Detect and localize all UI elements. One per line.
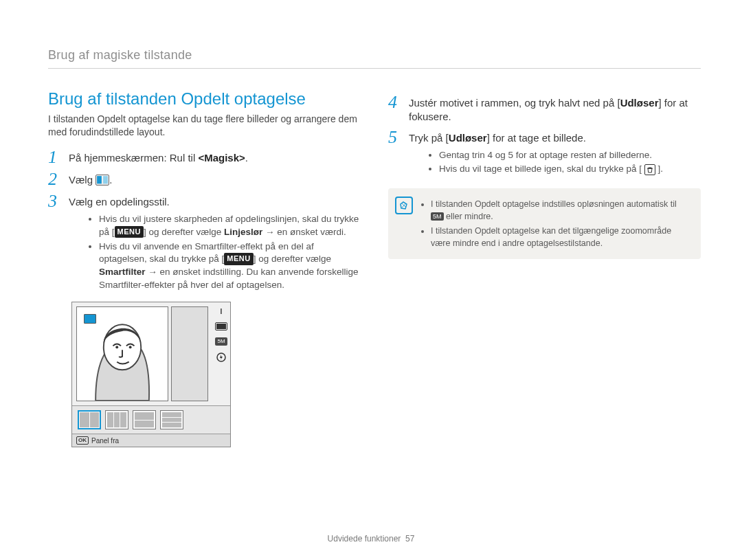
list-item: Hvis du vil tage et billede igen, skal d… (439, 163, 701, 176)
battery-icon (215, 322, 227, 331)
list-item: I tilstanden Opdelt optagelse indstilles… (431, 198, 691, 223)
camera-footer: OK Panel fra (72, 434, 230, 447)
flash-icon (216, 352, 226, 363)
camera-screen-mock: I 5M OK Panel fra (71, 302, 231, 447)
note-box: I tilstanden Opdelt optagelse indstilles… (388, 188, 701, 259)
split-shot-mode-icon (95, 175, 109, 186)
list-item: I tilstanden Opdelt optagelse kan det ti… (431, 225, 691, 249)
step-3: 3 Vælg en opdelingsstil. (48, 192, 361, 210)
step-text: Tryk på [Udløser] for at tage et billede… (409, 128, 586, 145)
camera-viewfinder-left (76, 306, 168, 401)
step-text: Vælg en opdelingsstil. (69, 192, 170, 209)
list-item: Hvis du vil justere skarpheden af opdeli… (99, 213, 361, 239)
manual-page: Brug af magiske tilstande Brug af tilsta… (0, 0, 742, 560)
step-number: 4 (388, 93, 402, 111)
step-number: 3 (48, 192, 62, 210)
left-column: Brug af tilstanden Opdelt optagelse I ti… (48, 89, 361, 447)
list-item: Gentag trin 4 og 5 for at optage resten … (439, 149, 701, 162)
step-number: 2 (48, 170, 62, 188)
note-list: I tilstanden Opdelt optagelse indstilles… (420, 197, 691, 251)
intro-text: I tilstanden Opdelt optagelse kan du tag… (48, 113, 361, 139)
layout-options-row (72, 405, 230, 434)
page-footer: Udvidede funktioner 57 (0, 534, 742, 544)
footer-page-number: 57 (405, 534, 414, 544)
step-5-sublist: Gentag trin 4 og 5 for at optage resten … (412, 149, 701, 177)
step-text: På hjemmeskærmen: Rul til <Magisk>. (69, 148, 248, 165)
footer-section: Udvidede funktioner (328, 534, 401, 544)
camera-viewfinder-right (171, 306, 208, 401)
camera-footer-label: Panel fra (91, 437, 119, 445)
menu-button-icon: MENU (115, 226, 144, 238)
layout-option-3col[interactable] (105, 410, 128, 429)
resolution-icon: 5M (215, 337, 227, 346)
step-text: Justér motivet i rammen, og tryk halvt n… (409, 93, 701, 124)
menu-button-icon: MENU (224, 253, 253, 265)
right-column: 4 Justér motivet i rammen, og tryk halvt… (388, 89, 701, 447)
step-1: 1 På hjemmeskærmen: Rul til <Magisk>. (48, 148, 361, 166)
svg-point-4 (129, 346, 132, 348)
face-illustration (77, 307, 168, 401)
svg-rect-0 (97, 176, 102, 183)
step-2: 2 Vælg . (48, 170, 361, 188)
svg-point-2 (104, 324, 141, 370)
section-title: Brug af tilstanden Opdelt optagelse (48, 89, 361, 109)
svg-rect-1 (103, 176, 108, 183)
list-item: Hvis du vil anvende en Smartfilter-effek… (99, 240, 361, 293)
layout-option-2row[interactable] (133, 410, 156, 429)
ok-button-icon: OK (76, 436, 89, 445)
shots-remaining-indicator: I (221, 308, 223, 315)
step-5: 5 Tryk på [Udløser] for at tage et bille… (388, 128, 701, 146)
step-number: 1 (48, 148, 62, 166)
step-4: 4 Justér motivet i rammen, og tryk halvt… (388, 93, 701, 124)
two-column-layout: Brug af tilstanden Opdelt optagelse I ti… (48, 89, 701, 447)
layout-option-2col[interactable] (78, 410, 101, 429)
trash-icon (644, 164, 655, 175)
svg-point-3 (115, 346, 118, 348)
running-head: Brug af magiske tilstande (48, 48, 701, 69)
step-number: 5 (388, 128, 402, 146)
step-text: Vælg . (69, 170, 112, 187)
resolution-pill-icon: 5M (431, 212, 444, 221)
step-3-sublist: Hvis du vil justere skarpheden af opdeli… (71, 213, 361, 292)
camera-status-icons: I 5M (212, 302, 230, 405)
note-info-icon (395, 197, 413, 214)
layout-option-3row[interactable] (160, 410, 183, 429)
